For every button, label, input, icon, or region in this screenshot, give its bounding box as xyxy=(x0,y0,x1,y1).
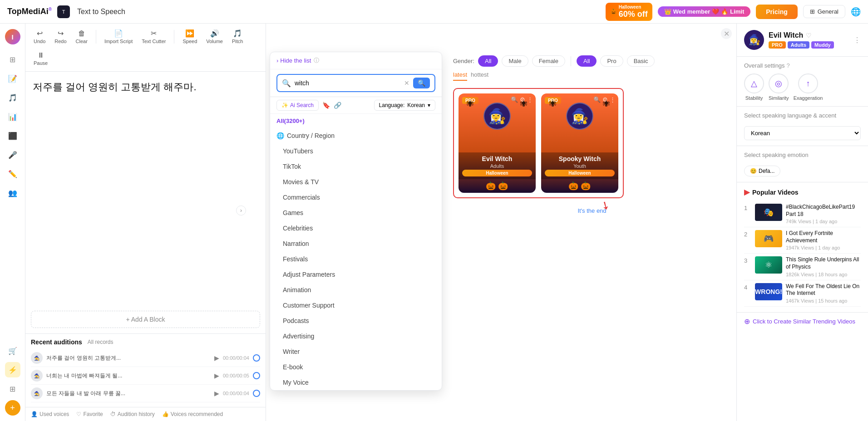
audio-icon: 🎵 xyxy=(8,93,17,102)
close-voice-panel-button[interactable]: ✕ xyxy=(721,28,732,39)
language-accent-select[interactable]: Korean xyxy=(744,126,861,140)
filter-female[interactable]: Female xyxy=(532,55,565,67)
scissors-icon: ✂ xyxy=(151,29,157,38)
filter-pro[interactable]: Pro xyxy=(600,55,623,67)
video-title-1[interactable]: #BlackChicagoBeLikePart19 Part 18 xyxy=(786,204,861,218)
category-tiktok[interactable]: TikTok xyxy=(270,159,442,174)
category-narration[interactable]: Narration xyxy=(270,236,442,251)
create-trending-video-button[interactable]: ⊕ Click to Create Similar Trending Video… xyxy=(737,312,868,330)
category-podcasts[interactable]: Podcasts xyxy=(270,313,442,328)
play-button-3[interactable]: ▶ xyxy=(214,390,219,397)
category-games[interactable]: Games xyxy=(270,205,442,220)
hide-list-button[interactable]: › Hide the list xyxy=(276,57,311,64)
category-writer[interactable]: Writer xyxy=(270,344,442,359)
editor-content[interactable]: 저주를 걸어 영원히 고통받게 해주마. xyxy=(25,72,266,305)
category-celebrities[interactable]: Celebrities xyxy=(270,220,442,236)
search-submit-button[interactable]: 🔍 xyxy=(413,78,430,88)
all-records-button[interactable]: All records xyxy=(88,339,113,345)
voices-recommended-tab[interactable]: 👍 Voices recommended xyxy=(162,411,223,417)
emotion-default-button[interactable]: 😊 Defa... xyxy=(744,166,780,176)
category-advertising[interactable]: Advertising xyxy=(270,328,442,344)
used-voices-tab[interactable]: 👤 Used voices xyxy=(31,411,69,417)
ai-search-button[interactable]: ✨ Ai Search xyxy=(276,100,319,111)
sidebar-item-store[interactable]: 🛒 xyxy=(5,343,20,358)
evil-witch-tag: Adults xyxy=(462,163,532,169)
sidebar-item-text[interactable]: 📝 xyxy=(5,71,20,86)
evil-witch-card[interactable]: PRO 🔍 ⚙ ⋮ 🕷 🧙‍♀️ 🕷 xyxy=(459,93,536,193)
pitch-button[interactable]: 🎵 Pitch xyxy=(229,27,246,46)
category-adjust-parameters[interactable]: Adjust Parameters xyxy=(270,267,442,282)
sidebar-item-grid2[interactable]: ⊞ xyxy=(5,381,20,397)
redo-button[interactable]: ↪ Redo xyxy=(52,27,69,46)
category-country-region[interactable]: 🌐 Country / Region xyxy=(270,128,442,143)
general-button[interactable]: ⊞ General xyxy=(803,5,845,18)
sidebar-item-audio[interactable]: 🎵 xyxy=(5,90,20,105)
sidebar-item-chart[interactable]: 📊 xyxy=(5,109,20,124)
similarity-button[interactable]: ◎ Similarity xyxy=(769,73,789,101)
add-block-button[interactable]: + Add A Block xyxy=(31,311,260,328)
bookmark-icon[interactable]: 🔖 xyxy=(322,102,330,109)
category-customer-support[interactable]: Customer Support xyxy=(270,298,442,313)
undo-button[interactable]: ↩ Undo xyxy=(31,27,48,46)
category-commercials[interactable]: Commercials xyxy=(270,190,442,205)
sidebar-item-layers[interactable]: ⬛ xyxy=(5,128,20,143)
link-icon[interactable]: 🔗 xyxy=(334,102,341,109)
speed-button[interactable]: ⏩ Speed xyxy=(180,27,200,46)
audition-history-tab[interactable]: ⏱ Audition history xyxy=(110,411,155,417)
play-button-1[interactable]: ▶ xyxy=(214,354,219,362)
heart-icon[interactable]: ♡ xyxy=(806,32,812,39)
stability-button[interactable]: △ Stability xyxy=(744,73,764,101)
sidebar-item-edit[interactable]: ✏️ xyxy=(5,166,20,181)
voice-search-input[interactable] xyxy=(295,79,400,87)
filter-basic[interactable]: Basic xyxy=(627,55,655,67)
favorite-tab[interactable]: ♡ Favorite xyxy=(76,411,103,417)
video-title-4[interactable]: We Fell For The Oldest Lie On The Intern… xyxy=(786,283,861,297)
all-count-label[interactable]: All(3200+) xyxy=(270,114,442,128)
pumpkin-deco-spooky: 🎃 🎃 xyxy=(541,179,618,193)
collapse-arrow[interactable]: › xyxy=(236,206,246,215)
category-ebook[interactable]: E-book xyxy=(270,359,442,375)
main-layout: I ⊞ 📝 🎵 📊 ⬛ 🎤 ✏️ 👥 🛒 ⚡ xyxy=(0,24,868,421)
category-my-voice[interactable]: My Voice xyxy=(270,375,442,390)
filter-male[interactable]: Male xyxy=(502,55,528,67)
import-script-button[interactable]: 📄 Import Script xyxy=(102,27,135,46)
search-clear-icon[interactable]: ✕ xyxy=(404,79,409,87)
badge-adults: Adults xyxy=(788,41,809,49)
sort-hottest[interactable]: hottest xyxy=(471,71,488,81)
sidebar-add-button[interactable]: + xyxy=(5,400,20,416)
category-animation[interactable]: Animation xyxy=(270,282,442,298)
halloween-badge[interactable]: 🎃 Halloween 60% off xyxy=(606,3,652,21)
emotion-emoji: 😊 xyxy=(750,168,757,174)
language-selector[interactable]: Language: Korean ▾ xyxy=(374,100,435,111)
grid-icon: ⊞ xyxy=(810,8,815,15)
pause-button[interactable]: ⏸ Pause xyxy=(31,49,50,68)
volume-button[interactable]: 🔊 Volume xyxy=(203,27,226,46)
sidebar-item-mic[interactable]: 🎤 xyxy=(5,147,20,162)
clear-button[interactable]: 🗑 Clear xyxy=(73,28,90,46)
filter-all-tier[interactable]: All xyxy=(577,55,597,67)
sidebar-item-active[interactable]: ⚡ xyxy=(5,362,20,377)
video-title-3[interactable]: This Single Rule Underpins All of Physic… xyxy=(786,256,861,270)
category-movies-tv[interactable]: Movies & TV xyxy=(270,174,442,190)
video-title-2[interactable]: I Got Every Fortnite Achievement xyxy=(786,230,861,244)
pricing-button[interactable]: Pricing xyxy=(756,5,797,19)
wed-member-badge[interactable]: 👑 Wed member ❤️ 🔥 Limit xyxy=(658,6,750,17)
time-display-2: 00:00/00:05 xyxy=(223,373,249,378)
play-button-2[interactable]: ▶ xyxy=(214,372,219,379)
sidebar-item-people[interactable]: 👥 xyxy=(5,185,20,201)
exaggeration-button[interactable]: ↑ Exaggeration xyxy=(794,73,823,101)
filter-all-gender[interactable]: All xyxy=(478,55,498,67)
category-youtubers[interactable]: YouTubers xyxy=(270,143,442,159)
sort-latest[interactable]: latest xyxy=(453,71,467,81)
audition-item-1: 🧙 저주를 걸어 영원히 고통받게... ▶ 00:00/00:04 xyxy=(31,349,260,367)
voice-result-highlight-box: PRO 🔍 ⚙ ⋮ 🕷 🧙‍♀️ 🕷 xyxy=(453,88,624,198)
voice-more-button[interactable]: ⋮ xyxy=(853,36,861,44)
video-info-2: I Got Every Fortnite Achievement 1947k V… xyxy=(786,230,861,250)
text-cutter-button[interactable]: ✂ Text Cutter xyxy=(139,27,168,46)
language-accent-label: Select speaking language & accent xyxy=(744,112,861,119)
spooky-witch-card[interactable]: PRO 🔍 ⚙ ⋮ 🕷 🧙‍♀️ 🕷 xyxy=(541,93,618,193)
category-festivals[interactable]: Festivals xyxy=(270,251,442,267)
language-globe-icon[interactable]: 🌐 xyxy=(851,7,861,17)
user-avatar[interactable]: I xyxy=(5,29,20,44)
sidebar-item-home[interactable]: ⊞ xyxy=(5,52,20,67)
